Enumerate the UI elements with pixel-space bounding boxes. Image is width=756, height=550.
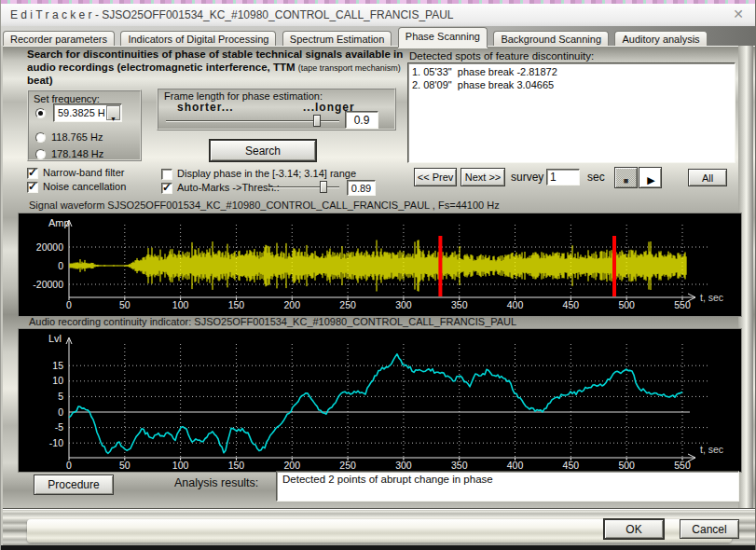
svg-text:300: 300 — [395, 460, 412, 471]
svg-text:500: 500 — [618, 299, 635, 310]
slider-thumb[interactable] — [320, 181, 327, 193]
frequency-option-2[interactable]: 118.765 Hz — [35, 131, 138, 145]
window-bottom-edge — [1, 545, 756, 550]
svg-text:15: 15 — [52, 360, 63, 371]
all-button[interactable]: All — [688, 169, 727, 186]
auto-marks-threshold-value[interactable] — [347, 180, 376, 196]
display-phase-label: Display phase in the [-3.14; 3.14] range — [177, 168, 356, 179]
svg-text:250: 250 — [339, 299, 356, 310]
frequency-option-1[interactable]: 59.3825 H ▼ — [35, 106, 138, 121]
frame-length-group: Frame length for phase estimation: short… — [157, 88, 396, 131]
detected-spot-item[interactable]: 1. 05'33" phase break -2.81872 — [412, 65, 731, 78]
description-note: (tape transport mechanism) — [298, 63, 401, 73]
frequency-option-3[interactable]: 178.148 Hz — [35, 147, 138, 162]
editracker-window: E d i T r a c k e r - SJSO25OFF001534_KC… — [0, 0, 756, 550]
description-tail: beat) — [27, 75, 52, 86]
svg-text:-5: -5 — [55, 421, 63, 433]
frequency-option-3-label: 178.148 Hz — [51, 148, 103, 159]
svg-text:400: 400 — [507, 299, 524, 310]
tab-phase-scanning[interactable]: Phase Scanning — [398, 27, 488, 48]
svg-text:100: 100 — [172, 299, 189, 310]
svg-text:50: 50 — [119, 299, 131, 310]
set-frequency-group: Set frequency: 59.3825 H ▼ 118.765 Hz 17… — [27, 89, 142, 161]
svg-text:50: 50 — [119, 460, 131, 471]
slider-track — [268, 186, 339, 188]
next-button[interactable]: Next >> — [460, 168, 505, 186]
svg-text:150: 150 — [228, 460, 245, 471]
frame-length-slider[interactable] — [166, 115, 339, 128]
svg-text:150: 150 — [228, 299, 245, 310]
waveform-panel: 050100150200250300350400450500550200000-… — [18, 213, 742, 317]
waveform-title: Signal waveform SJSO25OFF001534_KC_#1098… — [29, 199, 500, 211]
svg-text:200: 200 — [284, 460, 301, 471]
check-icon: ✓ — [162, 181, 172, 194]
chevron-down-icon[interactable]: ▼ — [106, 105, 120, 120]
auto-marks-threshold-slider[interactable] — [268, 181, 339, 194]
svg-text:20000: 20000 — [36, 241, 63, 253]
ok-button[interactable]: OK — [604, 519, 664, 539]
waveform-chart: 050100150200250300350400450500550200000-… — [19, 213, 741, 316]
svg-text:0: 0 — [58, 406, 63, 418]
radio-freq-1[interactable] — [35, 108, 46, 118]
stop-button[interactable]: ■ — [614, 167, 638, 188]
analysis-results-box[interactable]: Detected 2 points of abrupt change in ph… — [276, 471, 739, 502]
svg-text:-20000: -20000 — [33, 279, 63, 290]
check-icon: ✓ — [28, 180, 37, 193]
window-title: E d i T r a c k e r - SJSO25OFF001534_KC… — [10, 8, 454, 21]
svg-text:Lvl: Lvl — [48, 333, 62, 344]
cancel-button[interactable]: Cancel — [680, 519, 739, 539]
svg-text:t, sec: t, sec — [700, 444, 723, 455]
tab-strip: Recorder parameters Indicators of Digita… — [1, 26, 756, 46]
frequency-combo-value: 59.3825 H — [58, 107, 105, 118]
svg-text:Amp: Amp — [48, 217, 70, 228]
svg-text:550: 550 — [674, 460, 691, 471]
slider-thumb[interactable] — [313, 115, 321, 127]
radio-dot — [38, 111, 43, 116]
checkbox-box[interactable]: ✓ — [161, 169, 172, 180]
svg-text:250: 250 — [339, 460, 356, 471]
detected-spots-label: Detected spots of feature discontinuity: — [409, 50, 594, 62]
checkbox-box[interactable]: ✓ — [27, 168, 38, 179]
narrow-band-filter-label: Narrow-band filter — [43, 167, 124, 178]
svg-text:100: 100 — [172, 460, 189, 471]
svg-text:350: 350 — [451, 299, 468, 310]
frequency-combo[interactable]: 59.3825 H ▼ — [53, 103, 122, 122]
svg-text:t, sec: t, sec — [700, 292, 723, 303]
auto-marks-label: Auto-Marks ->Thresh.: — [177, 182, 280, 193]
survey-input[interactable] — [546, 169, 580, 186]
checkbox-box[interactable]: ✓ — [27, 182, 38, 193]
svg-text:300: 300 — [395, 299, 412, 310]
play-icon: ▶ — [647, 174, 654, 186]
svg-text:550: 550 — [674, 299, 691, 310]
svg-text:350: 350 — [451, 460, 468, 471]
detected-spot-item[interactable]: 2. 08'09" phase break 3.04665 — [412, 78, 731, 91]
svg-text:400: 400 — [507, 460, 524, 471]
radio-freq-2[interactable] — [35, 132, 46, 143]
title-bar[interactable]: E d i T r a c k e r - SJSO25OFF001534_KC… — [1, 4, 756, 27]
frame-length-value[interactable] — [345, 111, 378, 129]
svg-text:450: 450 — [563, 460, 580, 471]
checkbox-box[interactable]: ✓ — [161, 183, 172, 194]
svg-text:500: 500 — [618, 460, 635, 471]
frequency-option-2-label: 118.765 Hz — [51, 131, 103, 143]
svg-text:0: 0 — [66, 299, 72, 310]
sec-label: sec — [587, 171, 605, 184]
search-button[interactable]: Search — [210, 140, 316, 161]
continuity-chart: 050100150200250300350400450500550151050-… — [19, 329, 741, 472]
svg-text:0: 0 — [66, 460, 72, 471]
procedure-button[interactable]: Procedure — [34, 474, 114, 495]
check-icon: ✓ — [28, 166, 37, 179]
analysis-results-label: Analysis results: — [174, 476, 258, 489]
survey-label: survey — [511, 171, 543, 184]
play-button[interactable]: ▶ — [639, 167, 662, 188]
svg-text:200: 200 — [284, 299, 301, 310]
svg-text:10: 10 — [52, 375, 63, 386]
detected-spots-list[interactable]: 1. 05'33" phase break -2.81872 2. 08'09"… — [407, 62, 735, 163]
description-text: Search for discontinuities of phase of s… — [27, 48, 411, 88]
close-icon[interactable]: ✕ — [733, 7, 744, 21]
prev-button[interactable]: << Prev — [414, 168, 457, 186]
radio-freq-3[interactable] — [35, 149, 46, 159]
svg-text:0: 0 — [58, 260, 63, 271]
continuity-panel: 050100150200250300350400450500550151050-… — [18, 328, 742, 473]
shorter-label: shorter... — [177, 101, 234, 114]
